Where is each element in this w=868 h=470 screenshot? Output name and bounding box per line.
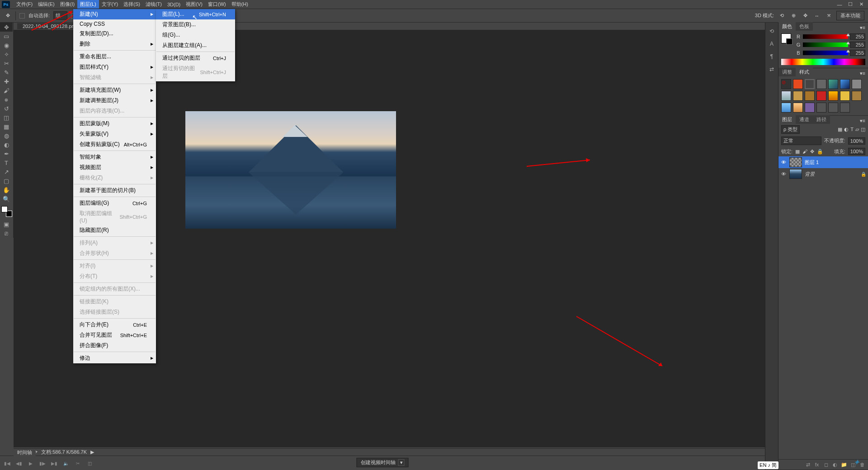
menu-image[interactable]: 图像(I): [57, 0, 77, 9]
style-swatch[interactable]: [793, 79, 803, 89]
style-swatch[interactable]: [816, 91, 826, 101]
menu-item[interactable]: 矢量蒙版(V): [73, 129, 156, 139]
menu-type[interactable]: 文字(Y): [99, 0, 121, 9]
submenu-item[interactable]: 通过拷贝的图层Ctrl+J: [156, 53, 235, 63]
lasso-tool[interactable]: ◉: [0, 41, 13, 50]
maximize-button[interactable]: ☐: [845, 1, 855, 8]
menu-item[interactable]: 智能对象: [73, 152, 156, 162]
tl-audio-icon[interactable]: 🔈: [62, 460, 70, 467]
pen-tool[interactable]: ✒: [0, 149, 13, 158]
crop-tool[interactable]: ✂: [0, 59, 13, 68]
tl-last-frame[interactable]: ▶▮: [51, 460, 58, 467]
menu-item[interactable]: 合并可见图层Shift+Ctrl+E: [73, 330, 156, 340]
style-swatch[interactable]: [793, 91, 803, 101]
b-slider[interactable]: [803, 51, 848, 55]
styles-tab[interactable]: 样式: [796, 68, 813, 76]
g-slider[interactable]: [803, 42, 848, 47]
link-layers-icon[interactable]: ⇄: [805, 461, 811, 468]
layer-row-background[interactable]: 👁 背景 🔒: [778, 168, 868, 180]
color-tab[interactable]: 颜色: [778, 22, 796, 31]
style-swatch[interactable]: [816, 103, 826, 113]
color-swatch-mini[interactable]: [781, 33, 791, 43]
menu-view[interactable]: 视图(V): [183, 0, 205, 9]
g-value[interactable]: 255: [850, 42, 865, 48]
lock-all-icon[interactable]: 🔒: [817, 149, 823, 155]
layer-thumbnail[interactable]: [789, 169, 802, 179]
lock-pixel-icon[interactable]: 🖌: [802, 149, 807, 154]
character-icon[interactable]: A: [767, 40, 776, 48]
submenu-item[interactable]: 组(G)...: [156, 30, 235, 40]
properties-icon[interactable]: ⇄: [767, 65, 776, 73]
layer-name[interactable]: 图层 1: [805, 159, 819, 166]
quickmask-button[interactable]: ▣: [0, 220, 13, 229]
doc-info[interactable]: 文档:586.7 K/586.7K: [41, 449, 87, 456]
style-swatch[interactable]: [852, 91, 862, 101]
layer-thumbnail[interactable]: [789, 157, 802, 167]
new-adjustment-icon[interactable]: ◐: [832, 461, 838, 468]
heal-tool[interactable]: ✚: [0, 77, 13, 86]
doc-info-arrow[interactable]: ▶: [90, 449, 94, 455]
foreground-color-swatch[interactable]: [1, 206, 8, 212]
menu-3d[interactable]: 3D(D): [165, 1, 183, 8]
spectrum-bar[interactable]: [781, 59, 865, 65]
visibility-icon[interactable]: 👁: [780, 160, 787, 165]
dodge-tool[interactable]: ◐: [0, 140, 13, 149]
marquee-tool[interactable]: ▭: [0, 32, 13, 41]
style-swatch[interactable]: [852, 79, 862, 89]
tl-first-frame[interactable]: ▮◀: [4, 460, 11, 467]
style-swatch[interactable]: [828, 103, 838, 113]
lock-trans-icon[interactable]: ▦: [795, 149, 800, 155]
menu-item[interactable]: 隐藏图层(R): [73, 225, 156, 235]
fill-value[interactable]: 100%: [848, 148, 865, 155]
layer-row-layer1[interactable]: 👁 图层 1: [778, 156, 868, 168]
history-icon[interactable]: ⟲: [767, 27, 776, 35]
tl-next-frame[interactable]: ▮▶: [39, 460, 46, 467]
tl-scissors-icon[interactable]: ✂: [74, 460, 81, 467]
menu-item[interactable]: 向下合并(E)Ctrl+E: [73, 320, 156, 330]
menu-item[interactable]: 图层样式(Y): [73, 62, 156, 72]
menu-item[interactable]: 新建填充图层(W): [73, 85, 156, 95]
eraser-tool[interactable]: ◫: [0, 113, 13, 122]
stamp-tool[interactable]: ⎈: [0, 95, 13, 104]
visibility-icon[interactable]: 👁: [780, 171, 787, 177]
menu-item[interactable]: 视频图层: [73, 162, 156, 173]
delete-layer-icon[interactable]: 🗑: [859, 461, 865, 468]
wand-tool[interactable]: ✧: [0, 50, 13, 59]
style-swatch[interactable]: [840, 103, 850, 113]
panel-menu-icon[interactable]: ▾≡: [857, 70, 868, 76]
brush-tool[interactable]: 🖌: [0, 86, 13, 95]
style-swatch[interactable]: [840, 79, 850, 89]
slide-icon[interactable]: ↔: [813, 12, 821, 20]
history-brush-tool[interactable]: ↺: [0, 104, 13, 113]
r-value[interactable]: 255: [850, 33, 865, 40]
auto-select-dropdown[interactable]: 组: [53, 11, 67, 20]
gradient-tool[interactable]: ▦: [0, 122, 13, 131]
ime-indicator[interactable]: EN ♪ 简: [758, 461, 778, 469]
pan-icon[interactable]: ✥: [801, 12, 809, 20]
create-timeline-button[interactable]: 创建视频时间轴 ▾: [357, 458, 409, 467]
timeline-tab[interactable]: 时间轴: [14, 449, 36, 456]
menu-item[interactable]: 新建(N): [73, 9, 156, 19]
minimize-button[interactable]: —: [835, 1, 844, 8]
tl-prev-frame[interactable]: ◀▮: [15, 460, 23, 467]
menu-item[interactable]: 图层蒙版(M): [73, 118, 156, 129]
menu-item[interactable]: 重命名图层...: [73, 52, 156, 62]
blur-tool[interactable]: ◍: [0, 131, 13, 140]
style-swatch[interactable]: [793, 103, 803, 113]
menu-item[interactable]: 删除: [73, 39, 156, 49]
submenu-item[interactable]: 图层(L)...Shift+Ctrl+N: [156, 9, 235, 19]
shape-tool[interactable]: ▢: [0, 176, 13, 185]
style-swatch[interactable]: [805, 103, 815, 113]
menu-window[interactable]: 窗口(W): [205, 0, 229, 9]
panel-menu-icon[interactable]: ▾≡: [857, 25, 868, 31]
path-tool[interactable]: ↗: [0, 167, 13, 176]
menu-item[interactable]: 新建调整图层(J): [73, 95, 156, 106]
r-slider[interactable]: [803, 34, 848, 39]
screenmode-button[interactable]: ⎚: [0, 229, 13, 238]
workspace-switcher[interactable]: 基本功能: [836, 11, 864, 20]
filter-shape-icon[interactable]: ▱: [855, 127, 859, 132]
move-tool[interactable]: ✥: [0, 23, 13, 32]
menu-layer[interactable]: 图层(L): [77, 0, 99, 9]
filter-adjust-icon[interactable]: ◐: [844, 127, 849, 132]
swatches-tab[interactable]: 色板: [796, 22, 813, 31]
